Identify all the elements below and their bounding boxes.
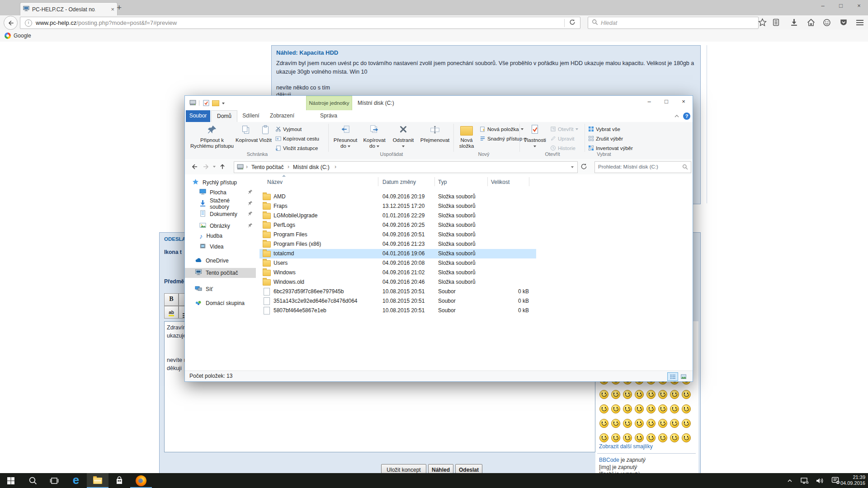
file-row[interactable]: Program Files (x86)04.09.2016 21:23Složk… [256,239,693,249]
taskbar-clock[interactable]: 21:39 04.09.2016 [840,474,865,486]
bold-button[interactable]: B [164,293,179,306]
qat-customize-icon[interactable] [222,103,225,104]
smiley-icon[interactable] [646,433,656,442]
tab-manage[interactable]: Správa [306,110,351,122]
smiley-icon[interactable] [670,404,679,413]
refresh-icon[interactable] [580,163,587,171]
back-button[interactable] [4,16,18,30]
open-button[interactable]: Otevřít [550,125,578,134]
file-row[interactable]: 6bc2937d59f7c86ee797945b10.08.2015 20:51… [256,287,693,296]
nav-forward-icon[interactable] [202,163,210,172]
file-row[interactable]: Users04.09.2016 20:08Složka souborů [256,258,693,268]
copy-button[interactable]: Kopírovat [236,123,256,151]
smiley-icon[interactable] [635,419,644,428]
more-smilies-link[interactable]: Zobrazit další smajlíky [599,443,653,450]
tab-file[interactable]: Soubor [186,110,210,122]
tab-home[interactable]: Domů [211,110,237,122]
sidebar-item-quick-access[interactable]: Rychlý přístup [192,178,237,187]
smiley-icon[interactable] [599,419,609,428]
explorer-close-button[interactable]: × [675,96,693,108]
large-icons-view-button[interactable] [678,372,689,381]
new-folder-button[interactable]: Novásložka [456,123,477,151]
explorer-minimize-button[interactable]: – [640,96,658,108]
contextual-tab-drive-tools[interactable]: Nástroje jednotky [306,96,352,111]
url-bar[interactable]: i www.pc-help.cz/posting.php?mode=post&f… [20,17,580,29]
smiley-icon[interactable] [682,404,691,413]
sidebar-item-documents[interactable]: Dokumenty [199,210,253,219]
file-row[interactable]: Windows04.09.2016 21:02Složka souborů [256,268,693,277]
network-tray-icon[interactable] [797,473,811,488]
delete-button[interactable]: Odstranit [389,123,417,151]
bookmarks-menu-icon[interactable] [769,17,782,28]
smiley-icon[interactable] [611,390,620,399]
pin-to-quick-access-button[interactable]: Připnout kRychlému přístupu [190,123,234,151]
file-row[interactable]: LGMobileUpgrade01.01.2016 22:29Složka so… [256,211,693,221]
firefox-taskbar-icon[interactable] [130,473,152,488]
file-row[interactable]: AMD04.09.2016 20:19Složka souborů [256,192,693,202]
smiley-icon[interactable] [611,433,620,442]
volume-tray-icon[interactable] [813,473,826,488]
nav-up-icon[interactable] [218,163,226,172]
new-item-button[interactable]: Nová položka [480,125,524,134]
edge-taskbar-icon[interactable]: e [65,473,87,488]
tab-share[interactable]: Sdílení [237,110,264,122]
qat-properties-icon[interactable] [203,100,209,108]
nav-back-icon[interactable] [190,163,198,172]
file-row[interactable]: Program Files04.09.2016 20:51Složka soub… [256,230,693,239]
breadcrumb-this-pc[interactable]: Tento počítač [251,164,283,170]
explorer-titlebar[interactable]: | Nástroje jednotky Místní disk (C:) – □… [185,96,693,110]
column-header-name[interactable]: Název [267,179,283,185]
smiley-icon[interactable] [635,404,644,413]
smiley-icon[interactable] [599,390,609,399]
column-header-type[interactable]: Typ [438,179,447,185]
smiley-icon[interactable] [623,419,632,428]
select-all-button[interactable]: Vybrat vše [588,125,620,134]
sidebar-item-onedrive[interactable]: OneDrive [195,256,229,265]
smiley-icon[interactable] [658,390,667,399]
properties-button[interactable]: Vlastnosti [522,123,547,151]
menu-hamburger-icon[interactable] [854,17,866,28]
smiley-icon[interactable] [670,419,679,428]
cut-button[interactable]: Vyjmout [275,125,302,134]
smiley-icon[interactable] [623,390,632,399]
breadcrumb-bar[interactable]: Tento počítač Místní disk (C:) [234,161,578,173]
sidebar-item-homegroup[interactable]: Domácí skupina [195,299,245,308]
smiley-icon[interactable] [611,404,620,413]
details-view-button[interactable] [667,372,678,381]
smiley-icon[interactable] [658,404,667,413]
tab-view[interactable]: Zobrazení [265,110,299,122]
paste-button[interactable]: Vložit [256,123,274,151]
recent-locations-icon[interactable] [213,166,216,168]
smiley-icon[interactable] [682,390,691,399]
smiley-icon[interactable] [611,419,620,428]
highlight-button[interactable]: ab [164,306,179,319]
explorer-maximize-button[interactable]: □ [657,96,675,108]
pocket-icon[interactable] [837,17,850,28]
smiley-icon[interactable] [646,390,656,399]
smiley-icon[interactable] [623,404,632,413]
column-header-size[interactable]: Velikost [491,179,509,185]
site-info-icon[interactable]: i [25,19,32,27]
reload-icon[interactable] [565,19,580,27]
browser-close-button[interactable]: × [850,0,868,12]
feedback-smiley-icon[interactable] [821,17,833,28]
smiley-icon[interactable] [635,433,644,442]
sidebar-item-desktop[interactable]: Plocha [199,188,253,197]
sidebar-item-network[interactable]: Síť [195,285,213,294]
copy-path-button[interactable]: w Kopírovat cestu [275,134,319,143]
smiley-icon[interactable] [658,433,667,442]
bookmark-star-icon[interactable] [756,17,769,28]
help-icon[interactable]: ? [683,113,690,120]
smiley-icon[interactable] [599,404,609,413]
file-row[interactable]: Windows.old04.09.2016 20:46Složka soubor… [256,277,693,287]
file-row[interactable]: Fraps13.12.2015 17:20Složka souborů [256,202,693,211]
start-button[interactable] [0,473,22,488]
bookmark-google[interactable]: Google [14,33,31,39]
smiley-icon[interactable] [670,433,679,442]
explorer-search-box[interactable]: Prohledat: Místní disk (C:) [594,161,691,173]
smiley-icon[interactable] [635,390,644,399]
file-row-selected[interactable]: totalcmd04.01.2016 19:06Složka souborů [259,249,536,258]
sidebar-item-pictures[interactable]: Obrázky [199,221,253,230]
smiley-icon[interactable] [646,404,656,413]
smiley-icon[interactable] [623,433,632,442]
